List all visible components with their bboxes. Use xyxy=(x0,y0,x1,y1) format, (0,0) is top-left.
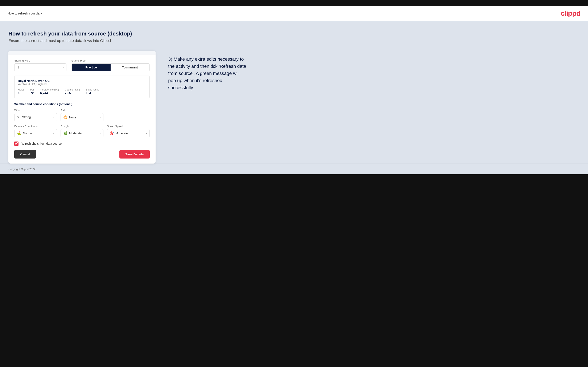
conditions-spacer xyxy=(107,109,150,121)
course-name: Royal North Devon GC, xyxy=(18,79,146,83)
holes-value: 18 xyxy=(18,91,24,95)
course-location: Westward Ho!, England xyxy=(18,83,146,86)
rain-label: Rain xyxy=(61,109,104,112)
yards-label: Yards/White (M)) xyxy=(40,88,59,91)
starting-hole-select-wrapper[interactable]: 1 ▾ xyxy=(14,63,66,71)
game-type-label: Game Type xyxy=(71,59,150,62)
conditions-row-2: Fairway Conditions ⛳ Normal ▾ Rough 🌿 xyxy=(14,125,150,137)
form-card: Starting Hole 1 ▾ Game Type Practice Tou… xyxy=(9,50,156,164)
par-value: 72 xyxy=(30,91,34,95)
par-label: Par xyxy=(30,88,34,91)
fairway-label: Fairway Conditions xyxy=(14,125,57,128)
green-speed-select[interactable]: 🎯 Moderate ▾ xyxy=(107,129,150,137)
game-type-group: Game Type Practice Tournament xyxy=(71,59,150,71)
refresh-checkbox-row: Refresh shots from data source xyxy=(14,142,150,146)
page-subheading: Ensure the correct and most up to date d… xyxy=(9,39,579,43)
wind-select-left: 🌬 Strong xyxy=(17,115,31,119)
rain-chevron-icon: ▾ xyxy=(99,116,101,119)
green-speed-select-left: 🎯 Moderate xyxy=(110,131,128,135)
wind-value: Strong xyxy=(22,116,31,119)
stat-slope-rating: Slope rating 134 xyxy=(86,88,99,95)
practice-button[interactable]: Practice xyxy=(72,64,111,71)
refresh-checkbox[interactable] xyxy=(14,142,18,146)
actions-row: Cancel Save Details xyxy=(14,150,150,158)
yards-value: 6,744 xyxy=(40,91,59,95)
rain-select[interactable]: 🔆 None ▾ xyxy=(61,113,104,121)
footer-copyright: Copyright Clippd 2022 xyxy=(9,167,35,171)
wind-label: Wind xyxy=(14,109,57,112)
rough-icon: 🌿 xyxy=(63,131,68,135)
rain-group: Rain 🔆 None ▾ xyxy=(61,109,104,121)
rough-chevron-icon: ▾ xyxy=(99,132,101,135)
form-row-top: Starting Hole 1 ▾ Game Type Practice Tou… xyxy=(14,59,150,71)
course-stats: Holes 18 Par 72 Yards/White (M)) 6,744 C… xyxy=(18,88,146,95)
starting-hole-label: Starting Hole xyxy=(14,59,66,62)
rough-select[interactable]: 🌿 Moderate ▾ xyxy=(61,129,104,137)
logo: clippd xyxy=(561,9,580,17)
header: How to refresh your data clippd xyxy=(0,6,588,21)
course-info: Royal North Devon GC, Westward Ho!, Engl… xyxy=(14,75,150,98)
starting-hole-group: Starting Hole 1 ▾ xyxy=(14,59,66,71)
green-speed-group: Green Speed 🎯 Moderate ▾ xyxy=(107,125,150,137)
refresh-checkbox-label: Refresh shots from data source xyxy=(21,142,62,145)
course-rating-value: 72.5 xyxy=(65,91,80,95)
side-text-area: 3) Make any extra edits necessary to the… xyxy=(168,50,248,91)
slope-rating-label: Slope rating xyxy=(86,88,99,91)
header-title: How to refresh your data xyxy=(8,12,42,15)
save-details-button[interactable]: Save Details xyxy=(119,150,150,158)
main-content: How to refresh your data from source (de… xyxy=(0,21,588,164)
rain-select-left: 🔆 None xyxy=(63,115,76,119)
stat-yards: Yards/White (M)) 6,744 xyxy=(40,88,59,95)
slope-rating-value: 134 xyxy=(86,91,99,95)
green-speed-chevron-icon: ▾ xyxy=(146,132,147,135)
footer: Copyright Clippd 2022 xyxy=(0,164,588,174)
rough-value: Moderate xyxy=(69,132,82,135)
rough-label: Rough xyxy=(61,125,104,128)
wind-select[interactable]: 🌬 Strong ▾ xyxy=(14,113,57,121)
green-speed-icon: 🎯 xyxy=(110,131,114,135)
chevron-down-icon: ▾ xyxy=(62,66,64,69)
rough-select-left: 🌿 Moderate xyxy=(63,131,82,135)
game-type-buttons: Practice Tournament xyxy=(71,63,150,71)
holes-label: Holes xyxy=(18,88,24,91)
fairway-select-left: ⛳ Normal xyxy=(17,131,32,135)
green-speed-label: Green Speed xyxy=(107,125,150,128)
stat-holes: Holes 18 xyxy=(18,88,24,95)
wind-icon: 🌬 xyxy=(17,115,20,119)
fairway-group: Fairway Conditions ⛳ Normal ▾ xyxy=(14,125,57,137)
conditions-row-1: Wind 🌬 Strong ▾ Rain 🔆 None xyxy=(14,109,150,121)
tournament-button[interactable]: Tournament xyxy=(111,64,149,71)
wind-chevron-icon: ▾ xyxy=(53,116,54,119)
conditions-title: Weather and course conditions (optional) xyxy=(14,102,150,106)
side-text-content: 3) Make any extra edits necessary to the… xyxy=(168,56,248,91)
fairway-select[interactable]: ⛳ Normal ▾ xyxy=(14,129,57,137)
card-top-strip xyxy=(9,50,156,55)
content-area: Starting Hole 1 ▾ Game Type Practice Tou… xyxy=(9,50,579,164)
stat-par: Par 72 xyxy=(30,88,34,95)
fairway-icon: ⛳ xyxy=(17,131,21,135)
wind-group: Wind 🌬 Strong ▾ xyxy=(14,109,57,121)
fairway-chevron-icon: ▾ xyxy=(53,132,54,135)
page-heading: How to refresh your data from source (de… xyxy=(9,30,579,37)
course-rating-label: Course rating xyxy=(65,88,80,91)
cancel-button[interactable]: Cancel xyxy=(14,150,36,158)
stat-course-rating: Course rating 72.5 xyxy=(65,88,80,95)
fairway-value: Normal xyxy=(23,132,32,135)
top-bar xyxy=(0,0,588,6)
starting-hole-value: 1 xyxy=(15,64,66,71)
rain-value: None xyxy=(69,116,76,119)
rough-group: Rough 🌿 Moderate ▾ xyxy=(61,125,104,137)
green-speed-value: Moderate xyxy=(115,132,128,135)
rain-icon: 🔆 xyxy=(63,115,68,119)
